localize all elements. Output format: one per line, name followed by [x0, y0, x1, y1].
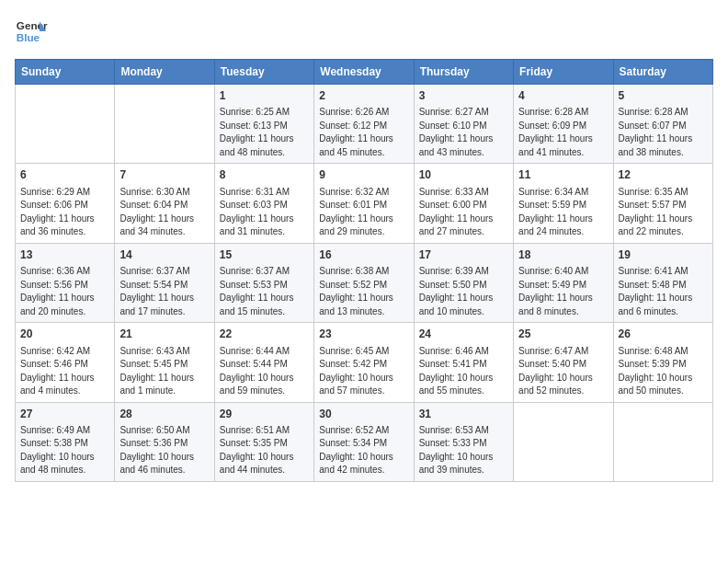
sunrise-text: Sunrise: 6:37 AM	[119, 266, 189, 276]
calendar-cell: 6Sunrise: 6:29 AMSunset: 6:06 PMDaylight…	[16, 164, 115, 243]
sunrise-text: Sunrise: 6:44 AM	[220, 346, 290, 356]
weekday-header-row: SundayMondayTuesdayWednesdayThursdayFrid…	[16, 60, 713, 85]
sunrise-text: Sunrise: 6:28 AM	[619, 107, 688, 117]
calendar-cell: 13Sunrise: 6:36 AMSunset: 5:56 PMDayligh…	[16, 243, 115, 322]
sunset-text: Sunset: 5:52 PM	[319, 280, 387, 290]
sunset-text: Sunset: 5:50 PM	[419, 280, 487, 290]
day-number: 4	[518, 88, 608, 104]
logo: General Blue	[15, 15, 48, 48]
calendar-cell	[115, 85, 214, 164]
calendar-cell: 9Sunrise: 6:32 AMSunset: 6:01 PMDaylight…	[314, 164, 414, 243]
day-number: 5	[619, 88, 708, 104]
sunset-text: Sunset: 5:42 PM	[319, 359, 387, 369]
day-number: 2	[319, 88, 408, 104]
sunrise-text: Sunrise: 6:49 AM	[20, 425, 90, 435]
sunset-text: Sunset: 6:01 PM	[319, 200, 387, 210]
daylight-text: Daylight: 11 hours and 13 minutes.	[319, 293, 393, 316]
daylight-text: Daylight: 11 hours and 41 minutes.	[518, 133, 593, 157]
sunset-text: Sunset: 5:35 PM	[220, 438, 288, 448]
daylight-text: Daylight: 10 hours and 46 minutes.	[119, 452, 194, 476]
calendar-cell: 26Sunrise: 6:48 AMSunset: 5:39 PMDayligh…	[613, 323, 712, 402]
day-number: 24	[419, 327, 508, 342]
sunrise-text: Sunrise: 6:27 AM	[419, 107, 489, 117]
calendar-cell: 29Sunrise: 6:51 AMSunset: 5:35 PMDayligh…	[214, 402, 313, 481]
sunrise-text: Sunrise: 6:50 AM	[119, 425, 189, 435]
calendar-cell: 12Sunrise: 6:35 AMSunset: 5:57 PMDayligh…	[613, 164, 712, 243]
daylight-text: Daylight: 11 hours and 34 minutes.	[119, 213, 194, 237]
sunrise-text: Sunrise: 6:42 AM	[20, 346, 90, 356]
day-number: 6	[20, 167, 109, 183]
calendar-cell: 10Sunrise: 6:33 AMSunset: 6:00 PMDayligh…	[414, 164, 513, 243]
daylight-text: Daylight: 11 hours and 31 minutes.	[220, 213, 294, 237]
calendar-cell: 20Sunrise: 6:42 AMSunset: 5:46 PMDayligh…	[16, 323, 115, 402]
svg-text:Blue: Blue	[17, 31, 40, 43]
sunrise-text: Sunrise: 6:46 AM	[419, 346, 489, 356]
daylight-text: Daylight: 11 hours and 27 minutes.	[419, 213, 494, 237]
daylight-text: Daylight: 11 hours and 43 minutes.	[419, 133, 494, 157]
sunset-text: Sunset: 5:41 PM	[419, 359, 487, 369]
calendar-cell: 22Sunrise: 6:44 AMSunset: 5:44 PMDayligh…	[214, 323, 313, 402]
weekday-header-monday: Monday	[115, 60, 214, 85]
daylight-text: Daylight: 11 hours and 6 minutes.	[619, 293, 693, 316]
daylight-text: Daylight: 10 hours and 55 minutes.	[419, 373, 494, 396]
weekday-header-thursday: Thursday	[414, 60, 513, 85]
sunrise-text: Sunrise: 6:29 AM	[20, 187, 90, 197]
sunrise-text: Sunrise: 6:33 AM	[419, 187, 489, 197]
sunrise-text: Sunrise: 6:31 AM	[220, 187, 290, 197]
sunset-text: Sunset: 5:33 PM	[419, 438, 487, 448]
daylight-text: Daylight: 11 hours and 36 minutes.	[20, 213, 95, 237]
sunrise-text: Sunrise: 6:48 AM	[619, 346, 688, 356]
day-number: 7	[119, 167, 209, 183]
day-number: 13	[20, 247, 109, 263]
day-number: 9	[319, 167, 408, 183]
day-number: 26	[619, 327, 708, 342]
calendar-cell: 16Sunrise: 6:38 AMSunset: 5:52 PMDayligh…	[314, 243, 414, 322]
sunset-text: Sunset: 5:59 PM	[518, 200, 586, 210]
daylight-text: Daylight: 11 hours and 24 minutes.	[518, 213, 593, 237]
sunset-text: Sunset: 5:40 PM	[518, 359, 586, 369]
sunset-text: Sunset: 6:12 PM	[319, 121, 387, 131]
day-number: 22	[220, 327, 309, 342]
calendar-cell: 21Sunrise: 6:43 AMSunset: 5:45 PMDayligh…	[115, 323, 214, 402]
calendar-cell: 3Sunrise: 6:27 AMSunset: 6:10 PMDaylight…	[414, 85, 513, 164]
sunrise-text: Sunrise: 6:25 AM	[220, 107, 290, 117]
day-number: 25	[518, 327, 608, 342]
calendar-cell: 1Sunrise: 6:25 AMSunset: 6:13 PMDaylight…	[214, 85, 313, 164]
sunrise-text: Sunrise: 6:45 AM	[319, 346, 389, 356]
calendar-cell: 11Sunrise: 6:34 AMSunset: 5:59 PMDayligh…	[514, 164, 613, 243]
day-number: 29	[220, 407, 309, 422]
calendar-cell	[16, 85, 115, 164]
sunset-text: Sunset: 5:38 PM	[20, 438, 88, 448]
sunrise-text: Sunrise: 6:28 AM	[518, 107, 588, 117]
page-header: General Blue	[15, 15, 713, 48]
day-number: 23	[319, 327, 408, 342]
logo-icon: General Blue	[15, 15, 48, 48]
daylight-text: Daylight: 10 hours and 44 minutes.	[220, 452, 294, 476]
daylight-text: Daylight: 11 hours and 1 minute.	[119, 373, 194, 396]
daylight-text: Daylight: 11 hours and 17 minutes.	[119, 293, 194, 316]
calendar-cell: 17Sunrise: 6:39 AMSunset: 5:50 PMDayligh…	[414, 243, 513, 322]
calendar-cell: 25Sunrise: 6:47 AMSunset: 5:40 PMDayligh…	[514, 323, 613, 402]
sunset-text: Sunset: 5:46 PM	[20, 359, 88, 369]
sunset-text: Sunset: 5:49 PM	[518, 280, 586, 290]
weekday-header-sunday: Sunday	[16, 60, 115, 85]
calendar-cell: 7Sunrise: 6:30 AMSunset: 6:04 PMDaylight…	[115, 164, 214, 243]
sunset-text: Sunset: 5:39 PM	[619, 359, 687, 369]
sunrise-text: Sunrise: 6:40 AM	[518, 266, 588, 276]
sunset-text: Sunset: 6:00 PM	[419, 200, 487, 210]
calendar-cell: 5Sunrise: 6:28 AMSunset: 6:07 PMDaylight…	[613, 85, 712, 164]
sunset-text: Sunset: 5:34 PM	[319, 438, 387, 448]
sunset-text: Sunset: 6:06 PM	[20, 200, 88, 210]
day-number: 8	[220, 167, 309, 183]
calendar-cell: 8Sunrise: 6:31 AMSunset: 6:03 PMDaylight…	[214, 164, 313, 243]
calendar-cell: 31Sunrise: 6:53 AMSunset: 5:33 PMDayligh…	[414, 402, 513, 481]
sunset-text: Sunset: 5:48 PM	[619, 280, 687, 290]
calendar-cell: 19Sunrise: 6:41 AMSunset: 5:48 PMDayligh…	[613, 243, 712, 322]
day-number: 21	[119, 327, 209, 342]
day-number: 10	[419, 167, 508, 183]
weekday-header-saturday: Saturday	[613, 60, 712, 85]
sunset-text: Sunset: 5:44 PM	[220, 359, 288, 369]
sunrise-text: Sunrise: 6:36 AM	[20, 266, 90, 276]
calendar-cell	[613, 402, 712, 481]
sunrise-text: Sunrise: 6:43 AM	[119, 346, 189, 356]
